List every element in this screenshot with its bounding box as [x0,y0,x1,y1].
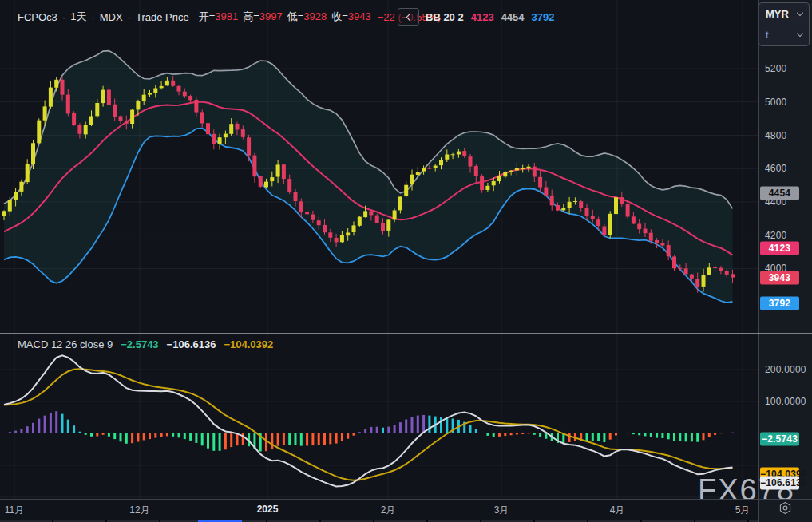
ohlc-value: 3928 [303,10,327,22]
legend-separator: · [128,11,131,23]
legend-back-button[interactable] [398,8,419,26]
macd-indicator-title: MACD 12 26 close 9 [18,338,113,350]
ohlc-value: 3997 [259,10,283,22]
series-type-label: Trade Price [136,11,189,23]
price-value-badge: 4454 [760,186,799,200]
ohlc-value: 3981 [215,10,238,22]
macd-indicator-value: −106.6136 [167,338,216,350]
price-value-badge: 4123 [760,241,799,255]
price-scale-content: MYR t 5200500048004600440042004000445441… [758,0,812,522]
symbol-name: FCPOc3 [18,11,57,23]
unit-label: t [766,29,769,41]
time-axis-label: 3月 [494,504,509,517]
macd-indicator-value: −104.0392 [224,338,273,350]
currency-label: MYR [766,8,789,20]
macd-value-badge: −106.6136 [760,476,799,489]
time-axis-label: 4月 [610,504,625,517]
macd-pane[interactable] [0,334,758,499]
macd-tick-label: 200.0000 [765,364,806,375]
macd-value-badge: −2.5743 [760,433,799,446]
time-axis-label: 2025 [257,504,279,515]
ohlc-label: 收= [331,10,348,22]
chevron-down-icon [797,9,803,15]
price-chart-pane[interactable] [0,0,758,333]
macd-tick-label: 100.0000 [765,396,806,407]
ohlc-label: 低= [287,10,304,22]
price-tick-label: 5000 [765,97,787,108]
bb-indicator-legend[interactable]: BB 20 2412344543792 [426,11,554,23]
chevron-left-icon [406,13,414,21]
price-tick-label: 4200 [765,230,787,241]
ohlc-values: 开=3981高=3997低=3928收=3943 [194,10,371,24]
price-tick-label: 4600 [765,163,787,174]
price-tick-label: 4800 [765,130,787,141]
ohlc-label: 高= [243,10,259,22]
time-axis-label: 5月 [735,504,751,517]
price-value-badge: 3943 [760,271,799,285]
bb-indicator-value: 3792 [532,11,555,23]
trading-terminal: FX678 11月12月20252月3月4月5月 MYR t 520050004… [0,0,812,522]
legend-separator: · [62,11,65,23]
price-tick-label: 5200 [765,63,787,74]
price-value-badge: 3792 [760,296,799,310]
gear-icon[interactable] [778,501,792,515]
currency-dropdown[interactable]: MYR [759,3,809,24]
exchange-label: MDX [100,11,123,23]
bb-indicator-title: BB 20 2 [426,11,464,23]
bb-indicator-value: 4454 [501,11,525,23]
unit-dropdown[interactable]: t [759,24,809,45]
chevron-down-icon [797,30,803,36]
ohlc-label: 开= [199,10,216,22]
time-axis-label: 2月 [381,504,396,517]
scale-unit-box: MYR t [759,2,810,46]
time-axis-label: 11月 [5,504,24,517]
symbol-legend[interactable]: FCPOc3 · 1天 · MDX · Trade Price 开=3981高=… [18,10,441,24]
macd-indicator-legend[interactable]: MACD 12 26 close 9−2.5743−106.6136−104.0… [18,338,273,350]
time-axis-label: 12月 [129,504,149,517]
pane-divider[interactable] [0,333,812,334]
interval-label: 1天 [70,10,86,24]
ohlc-value: 3943 [348,10,371,22]
time-axis[interactable]: 11月12月20252月3月4月5月 [0,500,758,520]
legend-separator: · [91,11,94,23]
bb-indicator-value: 4123 [471,11,494,23]
macd-indicator-value: −2.5743 [121,338,158,350]
